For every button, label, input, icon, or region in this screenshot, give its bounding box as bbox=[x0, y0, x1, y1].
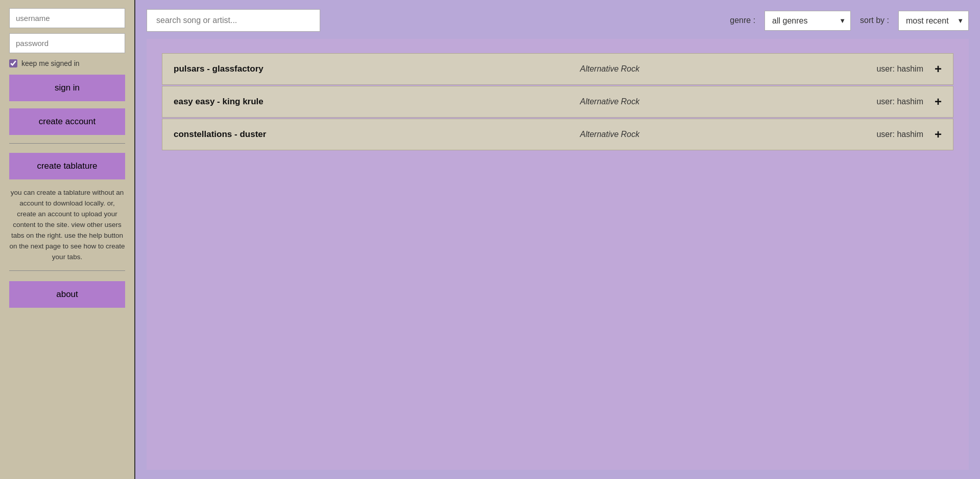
song-user: user: hashim bbox=[821, 130, 923, 139]
add-song-icon[interactable]: + bbox=[935, 128, 942, 141]
sort-select-wrapper: most recent oldest alphabetical bbox=[898, 11, 969, 31]
song-user: user: hashim bbox=[821, 64, 923, 74]
keep-signed-in-checkbox[interactable] bbox=[9, 59, 17, 67]
sort-label: sort by : bbox=[860, 16, 889, 25]
add-song-icon[interactable]: + bbox=[935, 63, 942, 75]
genre-select[interactable]: all genres Rock Pop Jazz Classical Alter… bbox=[764, 11, 851, 31]
table-row[interactable]: easy easy - king krule Alternative Rock … bbox=[162, 86, 953, 118]
song-title: easy easy - king krule bbox=[174, 97, 398, 107]
top-bar: genre : all genres Rock Pop Jazz Classic… bbox=[147, 9, 969, 32]
sidebar-description: you can create a tablature without an ac… bbox=[9, 188, 125, 262]
search-input[interactable] bbox=[147, 9, 320, 32]
add-song-icon[interactable]: + bbox=[935, 96, 942, 108]
genre-select-wrapper: all genres Rock Pop Jazz Classical Alter… bbox=[764, 11, 851, 31]
create-tablature-section: create tablature you can create a tablat… bbox=[9, 144, 125, 271]
create-tablature-button[interactable]: create tablature bbox=[9, 153, 125, 179]
song-genre: Alternative Rock bbox=[398, 97, 821, 106]
song-title: pulsars - glassfactory bbox=[174, 64, 398, 74]
keep-signed-in-label[interactable]: keep me signed in bbox=[9, 59, 125, 67]
create-account-button[interactable]: create account bbox=[9, 108, 125, 135]
song-title: constellations - duster bbox=[174, 129, 398, 140]
table-row[interactable]: pulsars - glassfactory Alternative Rock … bbox=[162, 53, 953, 85]
login-section: keep me signed in sign in create account bbox=[9, 8, 125, 144]
about-section: about bbox=[9, 271, 125, 471]
sort-select[interactable]: most recent oldest alphabetical bbox=[898, 11, 969, 31]
song-genre: Alternative Rock bbox=[398, 130, 821, 139]
about-button[interactable]: about bbox=[9, 281, 125, 308]
song-genre: Alternative Rock bbox=[398, 64, 821, 74]
main-content: genre : all genres Rock Pop Jazz Classic… bbox=[135, 0, 980, 479]
sign-in-button[interactable]: sign in bbox=[9, 75, 125, 101]
table-row[interactable]: constellations - duster Alternative Rock… bbox=[162, 119, 953, 150]
sidebar: keep me signed in sign in create account… bbox=[0, 0, 135, 479]
genre-label: genre : bbox=[730, 16, 755, 25]
song-user: user: hashim bbox=[821, 97, 923, 106]
song-list-area: pulsars - glassfactory Alternative Rock … bbox=[147, 39, 969, 470]
username-input[interactable] bbox=[9, 8, 125, 28]
password-input[interactable] bbox=[9, 33, 125, 53]
